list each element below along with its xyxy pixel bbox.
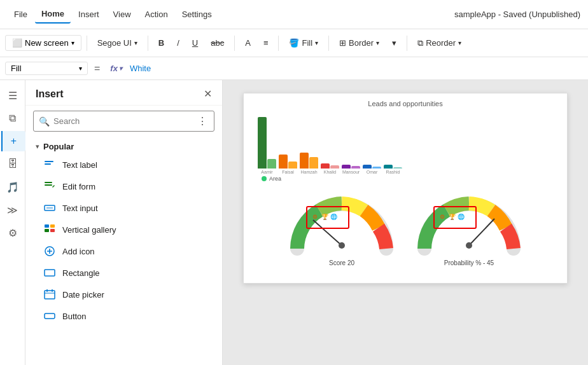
toolbar-separator-6 <box>407 36 407 51</box>
text-label-item-label: Text label <box>62 160 97 170</box>
bar <box>267 159 276 169</box>
fill-label: Fill <box>302 38 312 48</box>
list-item[interactable]: Rectangle <box>25 262 222 284</box>
bar <box>258 117 267 169</box>
underline-button[interactable]: U <box>187 36 203 50</box>
new-screen-label: New screen <box>25 38 69 48</box>
list-item[interactable]: Button <box>25 305 222 327</box>
svg-rect-8 <box>45 229 49 232</box>
menu-settings[interactable]: Settings <box>176 6 218 23</box>
bar-group-2 <box>279 155 297 169</box>
menu-insert[interactable]: Insert <box>72 6 106 23</box>
fill-chevron-icon: ▾ <box>315 39 318 46</box>
fill-selector-chevron-icon: ▾ <box>79 65 82 72</box>
sidebar-icon-layers[interactable]: ⧉ <box>3 108 23 128</box>
new-screen-button[interactable]: ⬜ New screen ▾ <box>5 35 81 51</box>
sidebar-icon-menu[interactable]: ☰ <box>3 85 23 106</box>
gauge-2-svg <box>412 188 526 258</box>
font-dropdown[interactable]: Segoe UI ▾ <box>92 36 143 50</box>
search-icon: 🔍 <box>39 116 50 127</box>
bar-group-5 <box>342 165 360 169</box>
svg-rect-3 <box>45 184 52 186</box>
bar-group-7 <box>384 165 402 169</box>
fx-label: fx <box>110 64 118 73</box>
bold-button[interactable]: B <box>153 36 169 50</box>
add-icon-icon <box>43 245 56 258</box>
svg-rect-2 <box>45 182 52 183</box>
legend-dot <box>262 176 267 181</box>
search-input[interactable] <box>53 116 192 126</box>
more-options-button[interactable]: ⋮ <box>196 114 209 128</box>
panel-items: ▾ Popular Text label Edit form <box>25 137 222 365</box>
screen-icon: ⬜ <box>12 38 22 48</box>
border-icon: ⊞ <box>339 38 346 48</box>
menu-home[interactable]: Home <box>35 5 71 24</box>
chart-legend: Area <box>255 176 556 182</box>
svg-rect-0 <box>45 161 53 162</box>
reorder-button[interactable]: ⧉ Reorder ▾ <box>412 36 466 51</box>
bar <box>309 157 318 169</box>
toolbar-separator-4 <box>278 36 279 51</box>
toolbar-separator-3 <box>234 36 235 51</box>
bar <box>363 165 372 169</box>
gauge-1-label: Score 20 <box>329 259 354 266</box>
svg-rect-6 <box>45 224 49 228</box>
list-item[interactable]: Add icon <box>25 240 222 262</box>
list-item[interactable]: Text label <box>25 154 222 176</box>
menu-action[interactable]: Action <box>139 6 174 23</box>
font-chevron-icon: ▾ <box>134 39 137 46</box>
align-button[interactable]: ≡ <box>258 36 274 50</box>
font-color-button[interactable]: A <box>240 36 256 50</box>
chart-title: Leads and opportunities <box>250 100 561 107</box>
formula-bar: Fill ▾ = fx ▾ <box>0 57 588 80</box>
gallery-item-label: Vertical gallery <box>62 225 116 235</box>
bar-group-3 <box>300 153 318 169</box>
insert-panel-title: Insert <box>36 88 64 100</box>
fill-button[interactable]: 🪣 Fill ▾ <box>284 36 323 50</box>
reorder-label: Reorder <box>426 38 456 48</box>
down-arrow-button[interactable]: ▾ <box>387 36 402 50</box>
list-item[interactable]: Vertical gallery <box>25 219 222 240</box>
svg-point-20 <box>339 242 345 249</box>
gauge-1: ⚙ 🏆 🌐 Score 20 <box>284 188 399 266</box>
bar <box>342 165 351 169</box>
toolbar: ⬜ New screen ▾ Segoe UI ▾ B / U abc A ≡ … <box>0 29 588 57</box>
border-button[interactable]: ⊞ Border ▾ <box>334 36 384 50</box>
close-button[interactable]: ✕ <box>204 88 212 100</box>
canvas-area: Leads and opportunities <box>223 80 588 365</box>
list-item[interactable]: Date picker <box>25 284 222 305</box>
list-item[interactable]: Edit form <box>25 176 222 197</box>
main-area: ☰ ⧉ + 🗄 🎵 ≫ ⚙ Insert ✕ 🔍 ⋮ ▾ Popular <box>0 80 588 365</box>
text-input-icon <box>43 202 56 214</box>
list-item[interactable]: Text input <box>25 197 222 219</box>
bar-group-1 <box>258 117 276 169</box>
equals-sign: = <box>92 63 102 74</box>
bar <box>330 165 339 169</box>
toolbar-separator-2 <box>148 36 148 51</box>
fill-selector[interactable]: Fill ▾ <box>5 62 88 75</box>
insert-panel-header: Insert ✕ <box>25 80 222 106</box>
sidebar-icon-add[interactable]: + <box>1 131 25 151</box>
search-box: 🔍 ⋮ <box>33 111 214 132</box>
text-input-item-label: Text input <box>62 203 98 213</box>
formula-input[interactable] <box>130 64 583 73</box>
svg-rect-14 <box>45 291 55 299</box>
popular-section-header[interactable]: ▾ Popular <box>25 137 222 154</box>
sidebar-icon-media[interactable]: 🎵 <box>3 177 23 197</box>
sidebar-icon-settings[interactable]: ⚙ <box>3 223 23 243</box>
svg-point-25 <box>466 242 472 249</box>
sidebar-icon-data[interactable]: 🗄 <box>3 154 23 174</box>
italic-button[interactable]: / <box>172 36 185 50</box>
menu-bar: File Home Insert View Action Settings sa… <box>0 0 588 29</box>
font-label: Segoe UI <box>97 38 132 48</box>
fx-button[interactable]: fx ▾ <box>106 62 126 74</box>
menu-file[interactable]: File <box>8 6 34 23</box>
menu-view[interactable]: View <box>107 6 137 23</box>
svg-rect-13 <box>45 270 55 276</box>
reorder-chevron-icon: ▾ <box>458 39 461 46</box>
add-icon-item-label: Add icon <box>62 247 95 256</box>
gauge-1-wrap: ⚙ 🏆 🌐 <box>284 188 399 258</box>
strikethrough-button[interactable]: abc <box>206 36 229 50</box>
gallery-icon <box>43 223 56 236</box>
sidebar-icon-connectors[interactable]: ≫ <box>3 200 23 220</box>
